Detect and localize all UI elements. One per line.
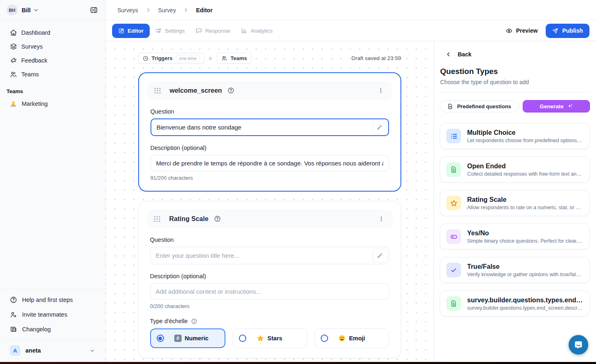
team-item-label: Marketing xyxy=(22,100,48,107)
sidebar-item-surveys[interactable]: Surveys xyxy=(3,40,102,54)
question-type-open-ended[interactable]: Open Ended Collect detailed responses wi… xyxy=(440,156,590,183)
question-card-rating-scale[interactable]: Rating Scale Question xyxy=(138,201,401,358)
workspace-avatar[interactable]: BH xyxy=(7,4,18,16)
chat-launcher-button[interactable] xyxy=(569,335,588,355)
triggers-chip[interactable]: Triggers one-time xyxy=(138,53,205,64)
question-type-description: Allow respondents to rate on a numeric, … xyxy=(467,205,583,210)
sidebar-item-label: Invite teammates xyxy=(22,311,67,318)
description-label: Description (optional) xyxy=(151,145,389,151)
description-label: Description (optional) xyxy=(150,273,389,279)
scale-option-label: Numeric xyxy=(185,335,209,342)
sidebar-collapse-button[interactable] xyxy=(88,4,100,16)
star-emoji-icon xyxy=(256,335,264,342)
question-type-description: Verify knowledge or gather opinions with… xyxy=(467,272,583,277)
question-type-title: Yes/No xyxy=(467,230,583,237)
sidebar: BH Bill Dashboard Surv xyxy=(0,0,106,364)
workspace-name[interactable]: Bill xyxy=(22,7,31,13)
scale-option-stars[interactable]: Stars xyxy=(233,328,307,348)
question-type-title: True/False xyxy=(467,263,583,270)
chat-smile-icon xyxy=(574,340,583,350)
breadcrumb: Surveys Survey Editor xyxy=(106,0,596,20)
toggle-icon xyxy=(446,229,461,244)
question-circle-icon[interactable] xyxy=(227,87,234,94)
one-time-badge: one-time xyxy=(176,55,200,62)
breadcrumb-survey[interactable]: Survey xyxy=(158,7,176,13)
ellipsis-vertical-icon xyxy=(378,216,385,222)
users-icon xyxy=(221,55,227,61)
sidebar-item-label: Help and first steps xyxy=(22,297,73,303)
technologist-emoji-icon xyxy=(10,100,17,107)
card-header: Rating Scale xyxy=(147,210,393,228)
chevron-right-icon xyxy=(208,56,214,61)
question-card-welcome-screen[interactable]: welcome_screen Question xyxy=(138,72,401,192)
card-title: welcome_screen xyxy=(170,87,222,94)
generate-button[interactable]: Generate xyxy=(523,100,590,112)
card-menu-button[interactable] xyxy=(376,86,386,96)
user-plus-icon xyxy=(10,311,17,318)
predefined-questions-label: Predefined questions xyxy=(457,103,511,109)
back-button[interactable]: Back xyxy=(440,51,590,58)
sidebar-item-dashboard[interactable]: Dashboard xyxy=(3,26,102,40)
info-circle-icon[interactable] xyxy=(191,318,197,324)
question-circle-icon[interactable] xyxy=(214,215,221,222)
preview-button[interactable]: Preview xyxy=(506,27,538,34)
ai-rewrite-button[interactable] xyxy=(373,248,388,263)
ellipsis-vertical-icon xyxy=(378,87,384,94)
publish-button[interactable]: Publish xyxy=(546,24,589,38)
question-type-rating-scale[interactable]: Rating Scale Allow respondents to rate o… xyxy=(440,190,590,216)
teams-section-label: Teams xyxy=(0,81,105,97)
question-type-description: Let respondents choose from predefined o… xyxy=(467,138,583,143)
sidebar-item-help[interactable]: Help and first steps xyxy=(3,293,102,307)
question-type-description: survey.builder.questions.types.end_scree… xyxy=(467,305,583,311)
card-header: welcome_screen xyxy=(147,81,392,100)
layers-icon xyxy=(10,43,17,50)
chevron-left-icon xyxy=(445,51,452,58)
sidebar-item-feedback[interactable]: Feedback xyxy=(3,54,102,67)
drag-handle-icon[interactable] xyxy=(153,216,162,222)
scale-type-options: # Numeric Stars xyxy=(150,328,389,348)
magic-wand-icon xyxy=(376,124,383,131)
tab-response[interactable]: Response xyxy=(190,24,236,38)
question-type-multiple-choice[interactable]: Multiple Choice Let respondents choose f… xyxy=(440,123,590,149)
question-type-title: Rating Scale xyxy=(467,196,583,203)
question-input[interactable] xyxy=(150,247,389,264)
help-circle-icon xyxy=(10,296,17,304)
smiley-emoji-icon xyxy=(338,335,346,342)
scale-option-label: Stars xyxy=(268,335,282,342)
clock-icon xyxy=(143,56,148,61)
sidebar-item-teams[interactable]: Teams xyxy=(3,67,102,81)
description-input[interactable] xyxy=(151,155,389,171)
ai-rewrite-button[interactable] xyxy=(372,120,387,134)
card-title: Rating Scale xyxy=(169,215,209,223)
check-icon xyxy=(446,263,461,277)
question-type-title: survey.builder.questions.types.end_scr..… xyxy=(467,297,583,304)
predefined-questions-button[interactable]: Predefined questions xyxy=(440,100,519,112)
tab-settings[interactable]: Settings xyxy=(150,24,190,38)
breadcrumb-surveys[interactable]: Surveys xyxy=(117,7,138,13)
card-menu-button[interactable] xyxy=(376,214,386,224)
scale-option-emoji[interactable]: Emoji xyxy=(315,328,389,348)
panel-collapse-icon xyxy=(90,6,98,14)
preview-label: Preview xyxy=(516,27,538,34)
tab-editor[interactable]: Editor xyxy=(112,24,150,38)
content-area: Triggers one-time Teams Draft sav xyxy=(106,41,596,364)
users-icon xyxy=(10,71,17,78)
question-type-end-screen[interactable]: survey.builder.questions.types.end_scr..… xyxy=(440,290,590,317)
question-type-yes-no[interactable]: Yes/No Simple binary choice questions. P… xyxy=(440,223,590,250)
sidebar-team-marketing[interactable]: Marketing xyxy=(0,97,105,111)
eye-icon xyxy=(506,27,513,34)
question-input[interactable] xyxy=(151,118,389,136)
question-label: Question xyxy=(150,237,389,243)
sidebar-item-invite[interactable]: Invite teammates xyxy=(3,307,102,322)
sidebar-item-label: Teams xyxy=(21,71,39,78)
tab-analytics[interactable]: Analytics xyxy=(236,24,278,38)
teams-chip[interactable]: Teams xyxy=(217,53,252,64)
scale-option-numeric[interactable]: # Numeric xyxy=(150,328,225,348)
home-icon xyxy=(10,29,17,36)
question-type-true-false[interactable]: True/False Verify knowledge or gather op… xyxy=(440,257,590,283)
back-label: Back xyxy=(458,51,471,58)
sidebar-item-changelog[interactable]: Changelog xyxy=(3,322,102,337)
description-input[interactable] xyxy=(150,283,389,299)
account-menu[interactable]: A aneta xyxy=(3,340,102,362)
drag-handle-icon[interactable] xyxy=(154,87,163,94)
